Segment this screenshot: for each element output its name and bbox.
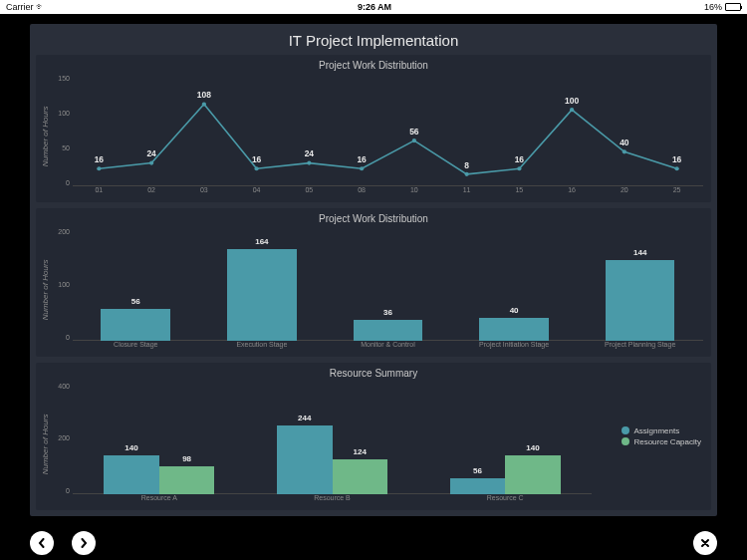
content-area: IT Project Implementation Project Work D…	[0, 14, 747, 526]
legend-label-capacity: Resource Capacity	[633, 437, 701, 446]
next-button[interactable]	[72, 531, 96, 555]
battery-icon	[725, 3, 741, 11]
chart2-xcats: Closure StageExecution StageMonitor & Co…	[73, 341, 703, 353]
battery-status: 16%	[704, 2, 741, 12]
svg-text:16: 16	[672, 154, 682, 164]
chart2-yticks: 2001000	[51, 228, 73, 352]
chart3-yticks: 4002000	[51, 383, 73, 506]
chart-panel-grouped: Resource Summary Number of Hours 4002000…	[36, 363, 711, 510]
svg-text:8: 8	[464, 160, 469, 170]
dashboard: IT Project Implementation Project Work D…	[30, 24, 717, 516]
svg-text:108: 108	[197, 90, 211, 100]
svg-text:56: 56	[409, 127, 419, 137]
carrier-label: Carrier ᯤ	[6, 2, 45, 12]
chart3-ylabel: Number of Hours	[40, 383, 51, 506]
bottom-nav	[0, 526, 747, 560]
chart1-yticks: 150100500	[51, 75, 73, 198]
legend-dot-assignments	[622, 426, 629, 434]
svg-text:16: 16	[252, 154, 262, 164]
svg-text:24: 24	[146, 148, 156, 158]
svg-text:24: 24	[305, 148, 315, 158]
svg-text:100: 100	[565, 96, 579, 106]
legend-dot-capacity	[622, 437, 629, 445]
chart2-ylabel: Number of Hours	[40, 228, 51, 352]
chart1-ylabel: Number of Hours	[40, 75, 51, 198]
chart3-legend: Assignments Resource Capacity	[622, 424, 701, 448]
chart1-title: Project Work Distribution	[36, 55, 711, 73]
chart2-plot: 561643640144 Closure StageExecution Stag…	[73, 228, 703, 352]
close-button[interactable]	[693, 531, 717, 555]
status-bar: Carrier ᯤ 9:26 AM 16%	[0, 0, 747, 14]
dashboard-title: IT Project Implementation	[30, 24, 717, 55]
wifi-icon: ᯤ	[36, 2, 45, 12]
chart3-plot: 1409824412456140 Resource AResource BRes…	[73, 383, 592, 506]
chart-panel-line: Project Work Distribution Number of Hour…	[36, 55, 711, 202]
chart3-title: Resource Summary	[36, 363, 711, 381]
legend-label-assignments: Assignments	[633, 426, 679, 435]
chart3-xcats: Resource AResource BResource C	[73, 494, 592, 506]
chart1-xcats: 010203040508101115162025	[73, 186, 703, 198]
chart-panel-bar: Project Work Distribution Number of Hour…	[36, 208, 711, 356]
svg-text:16: 16	[357, 154, 367, 164]
chart2-title: Project Work Distribution	[36, 208, 711, 226]
chart1-plot: 1624108162416568161004016 01020304050810…	[73, 75, 703, 198]
clock: 9:26 AM	[45, 2, 704, 12]
prev-button[interactable]	[30, 531, 54, 555]
svg-text:16: 16	[515, 154, 525, 164]
svg-text:40: 40	[620, 138, 629, 147]
svg-text:16: 16	[95, 154, 105, 164]
